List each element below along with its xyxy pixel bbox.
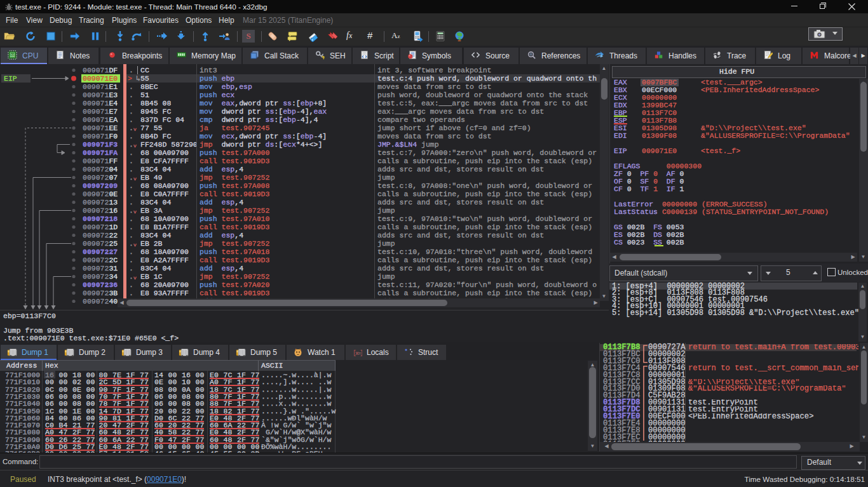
svg-text:32: 32 — [10, 53, 14, 57]
svg-text:!: ! — [323, 57, 323, 60]
svg-text:]: ] — [360, 350, 362, 357]
